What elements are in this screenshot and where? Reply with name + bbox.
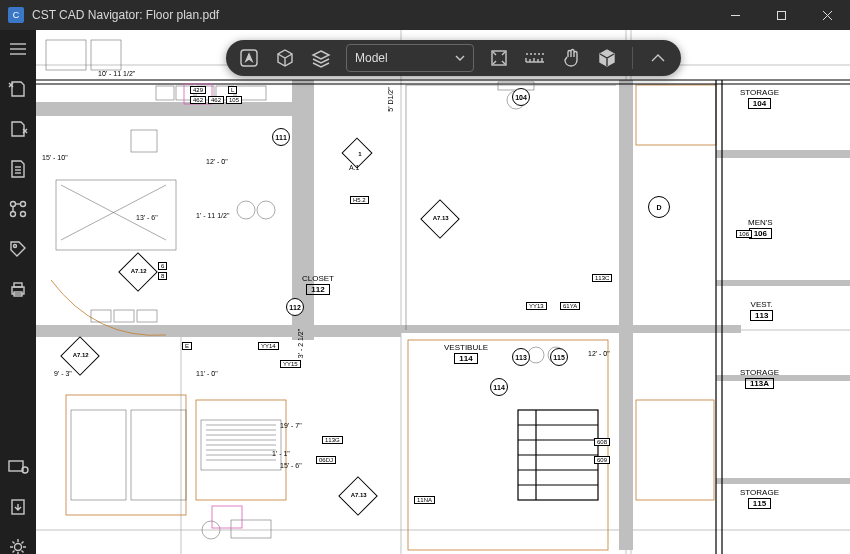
dim-6: 1' - 1" [272,450,290,457]
app-icon: C [8,7,24,23]
tag-105: 105 [226,96,242,104]
collapse-icon[interactable] [647,47,669,69]
compass-icon[interactable] [238,47,260,69]
svg-point-11 [21,202,26,207]
open-file-button[interactable] [5,76,31,102]
pan-icon[interactable] [560,47,582,69]
svg-rect-58 [156,86,174,100]
room-label-vestibule-114: VESTIBULE114 [444,343,488,364]
door-bubble-115: 115 [550,348,568,366]
svg-rect-39 [716,478,850,484]
svg-rect-79 [114,310,134,322]
tag-yy14: YY14 [258,342,279,350]
svg-rect-1 [777,11,785,19]
view-toolbar: Model [226,40,681,76]
svg-rect-20 [9,461,23,471]
dim-5: 13' - 6" [136,214,158,221]
solid-cube-icon[interactable] [596,47,618,69]
svg-point-12 [11,212,16,217]
room-label-closet-112: CLOSET112 [302,274,334,295]
door-bubble-114: 114 [490,378,508,396]
tag-b8: 8 [158,272,167,280]
minimize-button[interactable] [712,0,758,30]
svg-rect-18 [14,283,22,287]
toolbar-separator [632,47,633,69]
dim-10: 19' - 7" [280,422,302,429]
dim-1: 10' - 11 1/2" [98,70,135,77]
svg-rect-88 [231,520,271,538]
tag-113c: 113C [592,274,612,282]
layers-icon[interactable] [310,47,332,69]
svg-rect-92 [212,506,242,528]
tag-61ya: 61YA [560,302,580,310]
room-label-vest-113: VEST.113 [750,300,773,321]
svg-point-16 [14,245,17,248]
svg-rect-56 [46,40,86,70]
title-bar: C CST CAD Navigator: Floor plan.pdf [0,0,850,30]
svg-rect-37 [716,280,850,286]
print-button[interactable] [5,276,31,302]
dim-7: 5' D1/2" [387,87,394,111]
svg-point-23 [15,544,22,551]
structure-button[interactable] [5,196,31,222]
tag-e: E [182,342,192,350]
window-title: CST CAD Navigator: Floor plan.pdf [32,8,712,22]
dim-13: 9' - 3" [54,370,72,377]
dim-8: 3' - 2 1/2" [297,329,304,359]
close-button[interactable] [804,0,850,30]
fit-view-icon[interactable] [488,47,510,69]
settings-button[interactable] [5,534,31,554]
tag-L: L [228,86,237,94]
svg-point-67 [237,201,255,219]
tag-yy13: YY13 [526,302,547,310]
room-label-storage-115: STORAGE115 [740,488,779,509]
floor-plan-svg [36,30,850,554]
svg-rect-85 [71,410,126,500]
tag-d6: 6 [158,262,167,270]
section-marker-1-sub: A.1 [349,164,360,171]
svg-rect-57 [91,40,121,70]
tag-429: 429 [190,86,206,94]
model-dropdown[interactable]: Model [346,44,474,72]
svg-rect-31 [36,102,296,116]
door-bubble-113: 113 [512,348,530,366]
save-file-button[interactable] [5,116,31,142]
tag-h52: H5.2 [350,196,369,204]
dim-2: 15' - 10" [42,154,68,161]
view-button[interactable] [5,454,31,480]
dim-12: 15' - 6" [280,462,302,469]
drawing-canvas[interactable]: STORAGE104 MEN'S106 VEST.113 STORAGE113A… [36,30,850,554]
svg-rect-38 [716,375,850,381]
tag-11na: 11NA [414,496,435,504]
hamburger-menu-button[interactable] [5,36,31,62]
svg-rect-66 [131,130,157,152]
dim-11: 11' - 0" [196,370,218,377]
svg-rect-41 [636,85,716,145]
model-dropdown-label: Model [355,51,388,65]
document-button[interactable] [5,156,31,182]
tag-06dj: 06DJ [316,456,336,464]
svg-rect-34 [401,325,741,333]
tag-609: 609 [594,456,610,464]
tag-button[interactable] [5,236,31,262]
svg-rect-63 [56,180,176,250]
svg-rect-36 [716,150,850,158]
chevron-down-icon [455,55,465,61]
svg-rect-33 [36,325,401,337]
svg-rect-78 [91,310,111,322]
svg-point-68 [257,201,275,219]
grid-bubble-d: D [648,196,670,218]
export-button[interactable] [5,494,31,520]
maximize-button[interactable] [758,0,804,30]
measure-icon[interactable] [524,47,546,69]
svg-point-83 [528,347,544,363]
svg-point-13 [21,212,26,217]
tag-yy15: YY15 [280,360,301,368]
door-bubble-104: 104 [512,88,530,106]
door-bubble-111: 111 [272,128,290,146]
svg-point-10 [11,202,16,207]
dim-4: 1' - 11 1/2" [196,212,229,219]
tag-106: 106 [736,230,752,238]
cube-icon[interactable] [274,47,296,69]
svg-rect-86 [131,410,186,500]
